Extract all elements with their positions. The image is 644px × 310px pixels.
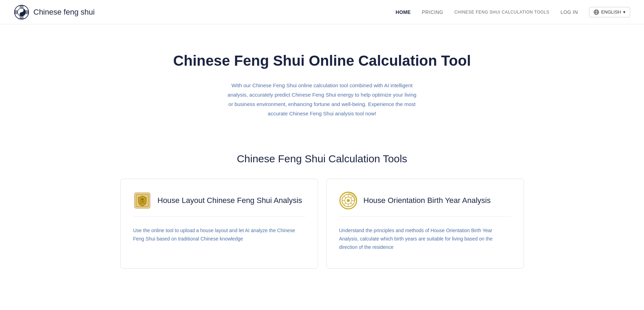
tool-card-header-1: House Layout Chinese Feng Shui Analysis xyxy=(133,191,305,217)
tool-card-title-1: House Layout Chinese Feng Shui Analysis xyxy=(158,196,302,205)
lang-label: ENGLISH xyxy=(601,9,621,15)
svg-line-33 xyxy=(350,203,352,205)
tools-grid: House Layout Chinese Feng Shui Analysis … xyxy=(120,179,524,268)
nav-pricing[interactable]: PRICING xyxy=(422,9,443,15)
svg-line-34 xyxy=(350,197,352,198)
svg-line-32 xyxy=(344,197,346,198)
tool-card-title-2: House Orientation Birth Year Analysis xyxy=(364,196,491,205)
svg-point-15 xyxy=(21,13,22,15)
nav-home[interactable]: HOME xyxy=(396,9,411,15)
tool-card-house-layout[interactable]: House Layout Chinese Feng Shui Analysis … xyxy=(120,179,318,268)
compass-icon xyxy=(339,191,357,210)
nav-tools[interactable]: CHINESE FENG SHUI CALCULATION TOOLS xyxy=(454,10,549,15)
logo-link[interactable]: Chinese feng shui xyxy=(14,5,95,20)
brand-name: Chinese feng shui xyxy=(33,8,95,17)
svg-point-14 xyxy=(21,9,22,11)
globe-icon xyxy=(594,9,599,15)
tools-heading: Chinese Feng Shui Calculation Tools xyxy=(120,153,524,165)
main-nav: HOME PRICING CHINESE FENG SHUI CALCULATI… xyxy=(396,7,630,17)
compass-svg xyxy=(339,191,357,210)
svg-line-35 xyxy=(344,203,346,205)
tool-card-header-2: House Orientation Birth Year Analysis xyxy=(339,191,511,217)
svg-point-27 xyxy=(347,199,350,202)
nav-login[interactable]: LOG IN xyxy=(560,9,578,15)
tool-card-desc-2: Understand the principles and methods of… xyxy=(339,227,511,251)
tool-card-house-orientation[interactable]: House Orientation Birth Year Analysis Un… xyxy=(326,179,524,268)
hero-description: With our Chinese Feng Shui online calcul… xyxy=(225,81,420,118)
logo-icon xyxy=(14,5,29,20)
language-selector[interactable]: ENGLISH ▾ xyxy=(589,7,630,17)
hero-title: Chinese Feng Shui Online Calculation Too… xyxy=(173,52,472,70)
tools-section: Chinese Feng Shui Calculation Tools xyxy=(79,139,566,289)
hero-section: Chinese Feng Shui Online Calculation Too… xyxy=(166,24,479,139)
house-layout-icon xyxy=(133,191,151,210)
site-header: Chinese feng shui HOME PRICING CHINESE F… xyxy=(0,0,644,24)
chevron-down-icon: ▾ xyxy=(623,9,626,15)
house-seal-svg xyxy=(133,191,151,210)
tool-card-desc-1: Use the online tool to upload a house la… xyxy=(133,227,305,243)
